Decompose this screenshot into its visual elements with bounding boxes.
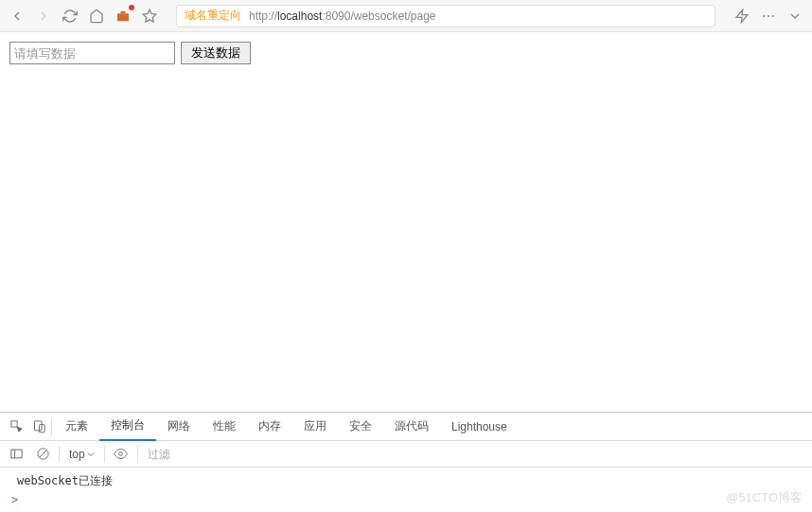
svg-point-4 bbox=[768, 15, 769, 17]
tab-Lighthouse[interactable]: Lighthouse bbox=[440, 413, 519, 441]
watermark: @51CTO博客 bbox=[726, 489, 803, 506]
svg-point-13 bbox=[119, 452, 123, 456]
console-output: webSocket已连接 > bbox=[0, 468, 812, 512]
divider bbox=[104, 446, 105, 463]
tab-应用[interactable]: 应用 bbox=[292, 413, 338, 441]
page-body: 发送数据 bbox=[0, 32, 812, 412]
tab-内存[interactable]: 内存 bbox=[247, 413, 292, 441]
tab-安全[interactable]: 安全 bbox=[338, 413, 383, 441]
svg-rect-7 bbox=[34, 421, 42, 431]
tab-元素[interactable]: 元素 bbox=[54, 413, 99, 441]
forward-button[interactable] bbox=[34, 7, 53, 26]
redirect-label: 域名重定向 bbox=[185, 8, 241, 24]
svg-rect-9 bbox=[10, 450, 21, 458]
sidebar-toggle-icon[interactable] bbox=[6, 444, 26, 465]
devtools-tabbar: 元素控制台网络性能内存应用安全源代码Lighthouse bbox=[0, 413, 812, 441]
send-button[interactable]: 发送数据 bbox=[181, 42, 251, 64]
console-toolbar: top bbox=[0, 441, 812, 468]
favorite-button[interactable] bbox=[140, 7, 159, 26]
svg-marker-2 bbox=[736, 9, 748, 22]
context-selector[interactable]: top bbox=[65, 448, 98, 461]
more-button[interactable] bbox=[759, 7, 778, 26]
home-button[interactable] bbox=[87, 7, 106, 26]
address-bar[interactable]: 域名重定向 http://localhost:8090/websocket/pa… bbox=[176, 5, 715, 27]
svg-marker-1 bbox=[143, 9, 155, 22]
console-prompt[interactable]: > bbox=[8, 491, 804, 508]
url-text: http://localhost:8090/websocket/page bbox=[249, 9, 436, 23]
eye-icon[interactable] bbox=[111, 444, 132, 465]
svg-rect-0 bbox=[117, 13, 129, 21]
reload-button[interactable] bbox=[61, 7, 79, 26]
chevron-down-icon[interactable] bbox=[786, 7, 804, 26]
tab-源代码[interactable]: 源代码 bbox=[383, 413, 440, 441]
lightning-icon[interactable] bbox=[733, 7, 751, 26]
clear-console-icon[interactable] bbox=[32, 444, 53, 465]
svg-point-3 bbox=[763, 15, 765, 17]
back-button[interactable] bbox=[8, 7, 26, 26]
briefcase-icon[interactable] bbox=[114, 7, 132, 26]
console-message: webSocket已连接 bbox=[8, 471, 804, 491]
inspect-icon[interactable] bbox=[6, 416, 26, 437]
tab-性能[interactable]: 性能 bbox=[202, 413, 247, 441]
devtools-panel: 元素控制台网络性能内存应用安全源代码Lighthouse top webSock… bbox=[0, 412, 812, 512]
tab-网络[interactable]: 网络 bbox=[156, 413, 202, 441]
svg-line-12 bbox=[39, 450, 46, 458]
filter-input[interactable] bbox=[144, 446, 806, 463]
device-toggle-icon[interactable] bbox=[28, 416, 49, 437]
data-input[interactable] bbox=[9, 42, 175, 64]
divider bbox=[59, 446, 60, 463]
tab-控制台[interactable]: 控制台 bbox=[99, 413, 156, 441]
browser-toolbar: 域名重定向 http://localhost:8090/websocket/pa… bbox=[0, 0, 812, 32]
svg-point-5 bbox=[772, 15, 774, 17]
divider bbox=[51, 418, 52, 435]
svg-rect-6 bbox=[10, 421, 16, 427]
divider bbox=[137, 446, 138, 463]
